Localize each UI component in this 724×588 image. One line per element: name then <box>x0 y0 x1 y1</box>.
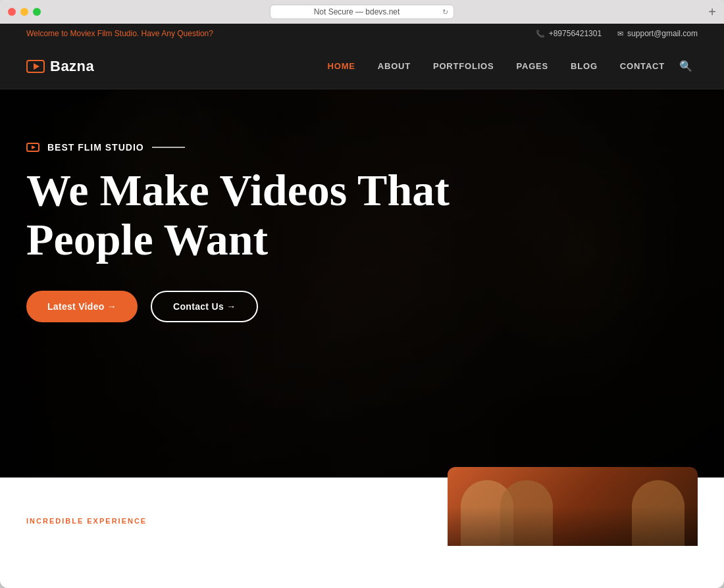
phone-icon: 📞 <box>536 30 545 38</box>
url-text: Not Secure — bdevs.net <box>314 7 400 16</box>
title-bar: Not Secure — bdevs.net ↻ + <box>0 0 724 24</box>
refresh-icon[interactable]: ↻ <box>442 8 448 16</box>
mac-window: Not Secure — bdevs.net ↻ + Welcome to Mo… <box>0 0 724 588</box>
contact-info: 📞 +89756421301 ✉ support@gmail.com <box>536 29 698 38</box>
nav-item-contact[interactable]: CONTACT <box>611 56 674 76</box>
traffic-lights <box>8 8 41 16</box>
nav-items: HOME ABOUT PORTFOLIOS PAGES BLOG CONTACT <box>319 56 674 76</box>
hero-content: Best Flim Studio We Make Videos That Peo… <box>0 89 724 322</box>
thumbnail-preview[interactable] <box>448 467 698 546</box>
film-studio-icon <box>26 143 39 152</box>
email-icon: ✉ <box>617 30 623 38</box>
welcome-message: Welcome to Moviex Film Studio. Have Any … <box>26 29 213 38</box>
nav-item-about[interactable]: ABOUT <box>369 56 420 76</box>
contact-us-button[interactable]: Contact Us → <box>151 291 258 322</box>
email-address: support@gmail.com <box>627 29 698 38</box>
nav-menu: HOME ABOUT PORTFOLIOS PAGES BLOG CONTACT… <box>319 55 698 78</box>
hero-title: We Make Videos That People Want <box>26 166 487 264</box>
nav-item-portfolios[interactable]: PORTFOLIOS <box>424 56 504 76</box>
nav-item-pages[interactable]: PAGES <box>507 56 557 76</box>
below-fold-label: INCREDIBLE EXPERIENCE <box>26 517 147 525</box>
hero-title-line1: We Make Videos That <box>26 165 450 215</box>
subtitle-line <box>152 147 185 148</box>
hero-buttons: Latest Video → Contact Us → <box>26 291 698 322</box>
minimize-button[interactable] <box>20 8 28 16</box>
welcome-text: Welcome to Moviex Film Studio. <box>26 29 139 38</box>
nav-item-home[interactable]: HOME <box>319 56 365 76</box>
new-tab-button[interactable]: + <box>708 5 716 20</box>
logo[interactable]: Bazna <box>26 58 94 75</box>
question-link[interactable]: Have Any Question? <box>142 29 213 38</box>
close-button[interactable] <box>8 8 16 16</box>
email-info: ✉ support@gmail.com <box>617 29 698 38</box>
maximize-button[interactable] <box>33 8 41 16</box>
url-bar[interactable]: Not Secure — bdevs.net ↻ <box>270 5 454 19</box>
hero-subtitle: Best Flim Studio <box>26 142 698 153</box>
search-icon[interactable]: 🔍 <box>674 55 698 78</box>
nav-item-blog[interactable]: BLOG <box>561 56 607 76</box>
logo-text: Bazna <box>50 58 94 75</box>
phone-info: 📞 +89756421301 <box>536 29 602 38</box>
hero-subtitle-text: Best Flim Studio <box>47 142 144 153</box>
below-fold-section: INCREDIBLE EXPERIENCE <box>0 478 724 546</box>
latest-video-button[interactable]: Latest Video → <box>26 291 138 322</box>
hero-title-line2: People Want <box>26 214 268 264</box>
phone-number: +89756421301 <box>549 29 602 38</box>
thumb-overlay <box>448 467 698 546</box>
top-info-bar: Welcome to Moviex Film Studio. Have Any … <box>0 24 724 43</box>
navbar: Bazna HOME ABOUT PORTFOLIOS PAGES BLOG C… <box>0 43 724 89</box>
logo-icon <box>26 60 45 73</box>
hero-section: Best Flim Studio We Make Videos That Peo… <box>0 89 724 478</box>
